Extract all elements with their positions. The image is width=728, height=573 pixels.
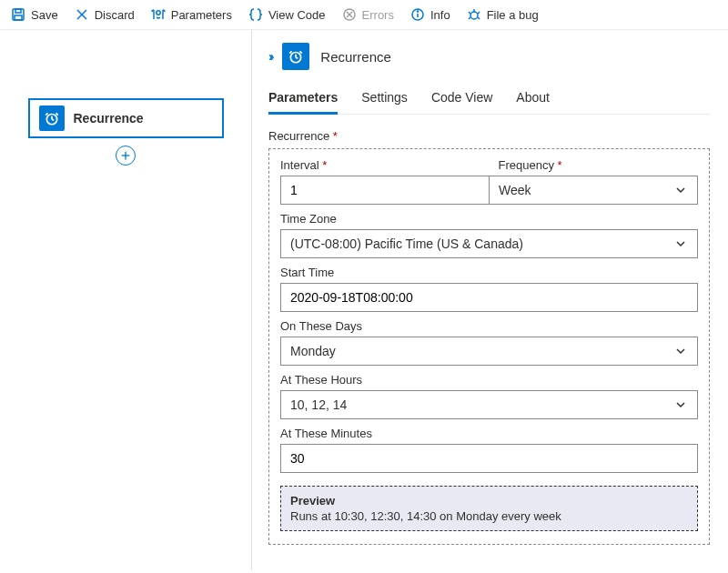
view-code-label: View Code xyxy=(268,8,326,22)
start-time-label: Start Time xyxy=(280,266,698,279)
parameters-button[interactable]: Parameters xyxy=(151,7,232,22)
bug-icon xyxy=(467,7,481,22)
braces-icon xyxy=(248,7,263,22)
tab-about[interactable]: About xyxy=(516,85,550,114)
errors-button[interactable]: Errors xyxy=(342,7,394,22)
tab-code-view[interactable]: Code View xyxy=(431,85,492,114)
svg-line-16 xyxy=(469,17,470,19)
chevron-down-icon xyxy=(673,344,688,358)
at-hours-value: 10, 12, 14 xyxy=(290,397,347,412)
at-hours-label: At These Hours xyxy=(280,373,698,387)
svg-point-5 xyxy=(157,11,160,15)
recurrence-group: Interval Frequency Week Time Zone (UTC-0… xyxy=(268,148,710,545)
svg-line-20 xyxy=(52,119,54,120)
save-label: Save xyxy=(31,8,58,22)
at-minutes-label: At These Minutes xyxy=(280,427,698,440)
preview-box: Preview Runs at 10:30, 12:30, 14:30 on M… xyxy=(280,486,698,531)
svg-rect-2 xyxy=(15,15,22,20)
recurrence-node[interactable]: Recurrence xyxy=(28,98,224,138)
start-time-field[interactable] xyxy=(290,290,688,305)
svg-line-14 xyxy=(469,12,470,14)
interval-label: Interval xyxy=(280,158,490,172)
at-hours-select[interactable]: 10, 12, 14 xyxy=(280,390,698,419)
save-button[interactable]: Save xyxy=(11,7,58,22)
at-minutes-field[interactable] xyxy=(290,451,688,466)
properties-panel: ›› Recurrence Parameters Settings Code V… xyxy=(252,30,728,570)
add-step-button[interactable] xyxy=(116,146,136,166)
on-days-label: On These Days xyxy=(280,319,698,333)
file-bug-label: File a bug xyxy=(487,8,539,22)
on-days-value: Monday xyxy=(290,344,336,358)
chevron-down-icon xyxy=(673,236,688,251)
timezone-label: Time Zone xyxy=(280,212,698,226)
interval-field[interactable] xyxy=(290,183,480,197)
svg-line-25 xyxy=(296,57,298,58)
clock-icon xyxy=(282,43,309,70)
node-title: Recurrence xyxy=(74,111,144,126)
toolbar: Save Discard Parameters View Code Errors… xyxy=(0,0,728,30)
chevron-down-icon xyxy=(673,183,688,197)
svg-point-11 xyxy=(417,11,418,12)
at-minutes-input[interactable] xyxy=(280,444,698,473)
panel-title: Recurrence xyxy=(320,49,391,65)
save-icon xyxy=(11,7,25,22)
parameters-label: Parameters xyxy=(171,8,232,22)
tabs: Parameters Settings Code View About xyxy=(268,85,710,115)
section-label: Recurrence xyxy=(268,129,710,143)
frequency-label: Frequency xyxy=(499,158,699,172)
designer-canvas: Recurrence xyxy=(0,30,252,570)
timezone-select[interactable]: (UTC-08:00) Pacific Time (US & Canada) xyxy=(280,229,698,258)
parameters-icon xyxy=(151,7,166,22)
discard-label: Discard xyxy=(95,8,135,22)
start-time-input[interactable] xyxy=(280,283,698,312)
frequency-value: Week xyxy=(499,183,531,197)
svg-rect-1 xyxy=(15,9,21,13)
clock-icon xyxy=(39,106,65,131)
view-code-button[interactable]: View Code xyxy=(248,7,326,22)
frequency-select[interactable]: Week xyxy=(489,176,698,205)
svg-point-12 xyxy=(470,12,478,19)
file-bug-button[interactable]: File a bug xyxy=(467,7,539,22)
collapse-button[interactable]: ›› xyxy=(268,49,271,64)
info-label: Info xyxy=(430,8,450,22)
svg-line-15 xyxy=(478,12,480,14)
error-icon xyxy=(342,7,357,22)
timezone-value: (UTC-08:00) Pacific Time (US & Canada) xyxy=(290,236,523,251)
preview-title: Preview xyxy=(290,494,688,508)
tab-settings[interactable]: Settings xyxy=(361,85,408,114)
chevron-down-icon xyxy=(673,397,688,412)
info-button[interactable]: Info xyxy=(410,7,450,22)
errors-label: Errors xyxy=(362,8,394,22)
on-days-select[interactable]: Monday xyxy=(280,337,698,366)
interval-input[interactable] xyxy=(280,176,489,205)
tab-parameters[interactable]: Parameters xyxy=(268,85,338,115)
close-icon xyxy=(75,7,89,22)
svg-line-17 xyxy=(478,17,480,19)
preview-body: Runs at 10:30, 12:30, 14:30 on Monday ev… xyxy=(290,509,688,523)
info-icon xyxy=(410,7,425,22)
discard-button[interactable]: Discard xyxy=(75,7,135,22)
